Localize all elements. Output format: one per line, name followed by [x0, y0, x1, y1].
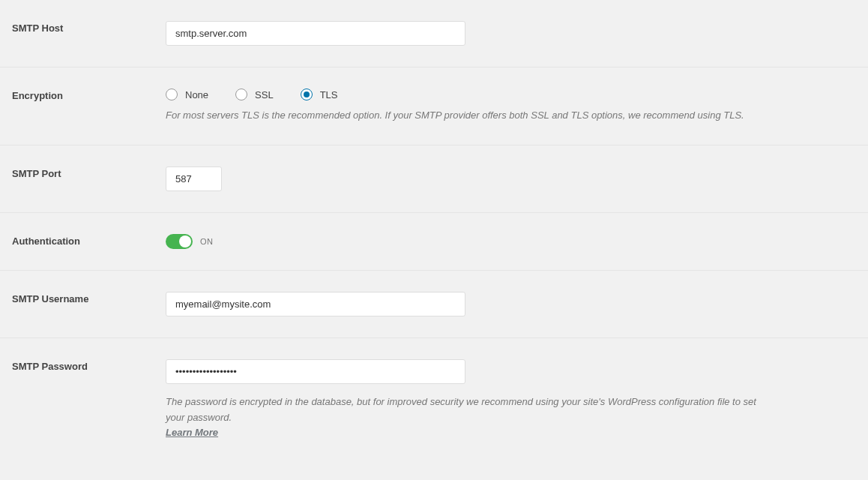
radio-icon [166, 88, 178, 100]
smtp-password-field: The password is encrypted in the databas… [166, 359, 868, 441]
encryption-ssl-radio[interactable]: SSL [235, 88, 274, 100]
encryption-field: None SSL TLS For most servers TLS is the… [166, 88, 868, 124]
smtp-password-input[interactable] [166, 359, 465, 384]
smtp-host-field [166, 21, 868, 46]
smtp-password-description: The password is encrypted in the databas… [166, 394, 765, 441]
smtp-username-field [166, 292, 868, 316]
authentication-row: Authentication ON [0, 213, 868, 271]
toggle-knob-icon [179, 236, 191, 248]
radio-icon [301, 88, 313, 100]
smtp-port-row: SMTP Port [0, 146, 868, 213]
smtp-settings-form: SMTP Host Encryption None SSL TLS [0, 0, 868, 462]
learn-more-link[interactable]: Learn More [166, 427, 218, 438]
smtp-host-label: SMTP Host [12, 21, 166, 46]
smtp-password-row: SMTP Password The password is encrypted … [0, 338, 868, 462]
authentication-state-label: ON [200, 237, 214, 246]
encryption-none-radio[interactable]: None [166, 88, 208, 100]
smtp-password-description-text: The password is encrypted in the databas… [166, 396, 756, 423]
smtp-host-row: SMTP Host [0, 0, 868, 68]
encryption-row: Encryption None SSL TLS For most servers… [0, 68, 868, 146]
smtp-username-input[interactable] [166, 292, 465, 316]
smtp-username-label: SMTP Username [12, 292, 166, 316]
encryption-tls-label: TLS [320, 89, 338, 100]
authentication-field: ON [166, 234, 868, 249]
radio-icon [235, 88, 247, 100]
encryption-none-label: None [185, 89, 208, 100]
authentication-toggle[interactable] [166, 234, 193, 249]
encryption-ssl-label: SSL [255, 89, 274, 100]
authentication-toggle-wrap: ON [166, 234, 853, 249]
authentication-label: Authentication [12, 234, 166, 249]
smtp-port-input[interactable] [166, 166, 222, 191]
encryption-description: For most servers TLS is the recommended … [166, 108, 853, 124]
smtp-port-label: SMTP Port [12, 166, 166, 191]
encryption-tls-radio[interactable]: TLS [301, 88, 338, 100]
encryption-radio-group: None SSL TLS [166, 88, 853, 100]
smtp-port-field [166, 166, 868, 191]
smtp-password-label: SMTP Password [12, 359, 166, 441]
encryption-label: Encryption [12, 88, 166, 124]
smtp-username-row: SMTP Username [0, 271, 868, 338]
smtp-host-input[interactable] [166, 21, 465, 46]
